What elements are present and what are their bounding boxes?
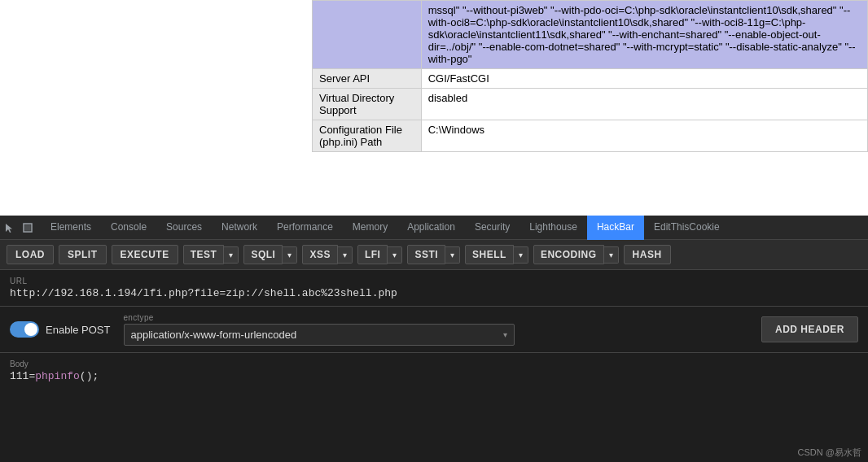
ssti-button[interactable]: SSTI (407, 245, 445, 264)
lfi-arrow[interactable]: ▾ (388, 246, 402, 264)
tab-performance[interactable]: Performance (267, 216, 343, 240)
enctype-label: enctype (124, 313, 748, 322)
table-row: Virtual Directory Support disabled (313, 89, 868, 120)
devtools-tabs: Elements Console Sources Network Perform… (41, 216, 730, 240)
tab-memory[interactable]: Memory (343, 216, 397, 240)
xss-button[interactable]: XSS (302, 245, 338, 264)
lfi-button[interactable]: LFI (357, 245, 388, 264)
config-label (313, 1, 422, 69)
add-header-button[interactable]: ADD HEADER (761, 316, 858, 342)
config-label: Configuration File (php.ini) Path (313, 120, 422, 152)
url-value[interactable]: http://192.168.1.194/lfi.php?file=zip://… (10, 287, 858, 299)
sqli-dropdown: SQLI ▾ (243, 245, 297, 264)
body-suffix: (); (80, 370, 99, 382)
body-highlighted: phpinfo (35, 370, 80, 382)
test-button[interactable]: TEST (183, 245, 225, 264)
test-dropdown: TEST ▾ (183, 245, 239, 264)
body-content[interactable]: 111=phpinfo(); (10, 370, 858, 382)
load-button[interactable]: LOAD (7, 245, 54, 264)
tab-hackbar[interactable]: HackBar (587, 216, 644, 240)
split-button[interactable]: SPLIT (59, 245, 107, 264)
sqli-button[interactable]: SQLI (243, 245, 283, 264)
php-table: mssql" "--without-pi3web" "--with-pdo-oc… (312, 0, 868, 152)
box-icon[interactable] (21, 221, 34, 234)
browser-content: mssql" "--without-pi3web" "--with-pdo-oc… (0, 0, 868, 216)
ssti-arrow[interactable]: ▾ (445, 246, 460, 264)
hackbar-content: LOAD SPLIT EXECUTE TEST ▾ SQLI ▾ XSS ▾ L… (0, 240, 868, 462)
enctype-value: application/x-www-form-urlencoded (131, 329, 497, 341)
config-value: mssql" "--without-pi3web" "--with-pdo-oc… (421, 1, 867, 69)
lfi-dropdown: LFI ▾ (357, 245, 403, 264)
action-buttons-row: LOAD SPLIT EXECUTE TEST ▾ SQLI ▾ XSS ▾ L… (0, 240, 868, 270)
config-value: C:\Windows (421, 120, 867, 152)
tab-console[interactable]: Console (101, 216, 156, 240)
tab-sources[interactable]: Sources (156, 216, 212, 240)
chevron-down-icon: ▾ (503, 330, 507, 339)
tab-elements[interactable]: Elements (41, 216, 101, 240)
config-label: Virtual Directory Support (313, 89, 422, 120)
table-row: Server API CGI/FastCGI (313, 69, 868, 89)
body-plain: 111= (10, 370, 35, 382)
shell-dropdown: SHELL ▾ (465, 245, 528, 264)
body-label: Body (10, 360, 858, 368)
hash-button[interactable]: HASH (624, 245, 671, 264)
table-row: mssql" "--without-pi3web" "--with-pdo-oc… (313, 1, 868, 69)
test-arrow[interactable]: ▾ (224, 246, 239, 264)
toggle-knob (24, 323, 37, 336)
enable-post-toggle[interactable] (10, 321, 39, 338)
encoding-arrow[interactable]: ▾ (604, 246, 619, 264)
table-row: Configuration File (php.ini) Path C:\Win… (313, 120, 868, 152)
enctype-dropdown[interactable]: application/x-www-form-urlencoded ▾ (124, 324, 515, 346)
config-value: CGI/FastCGI (421, 69, 867, 89)
toggle-container: Enable POST (10, 321, 111, 338)
sqli-arrow[interactable]: ▾ (283, 246, 297, 264)
encoding-dropdown: ENCODING ▾ (533, 245, 619, 264)
url-section: URL http://192.168.1.194/lfi.php?file=zi… (0, 270, 868, 307)
shell-arrow[interactable]: ▾ (514, 246, 528, 264)
toolbar-icons (3, 221, 34, 234)
devtools-toolbar: Elements Console Sources Network Perform… (0, 216, 868, 240)
tab-security[interactable]: Security (465, 216, 519, 240)
xss-arrow[interactable]: ▾ (338, 246, 353, 264)
xss-dropdown: XSS ▾ (302, 245, 353, 264)
url-label: URL (10, 277, 858, 285)
body-section: Body 111=phpinfo(); (0, 353, 868, 462)
post-section: Enable POST enctype application/x-www-fo… (0, 307, 868, 353)
enable-post-label: Enable POST (46, 324, 111, 336)
tab-network[interactable]: Network (212, 216, 267, 240)
ssti-dropdown: SSTI ▾ (407, 245, 460, 264)
watermark: CSDN @易水哲 (798, 444, 861, 459)
tab-application[interactable]: Application (397, 216, 465, 240)
config-value: disabled (421, 89, 867, 120)
enctype-section: enctype application/x-www-form-urlencode… (124, 313, 748, 346)
svg-rect-1 (25, 225, 30, 230)
php-table-area: mssql" "--without-pi3web" "--with-pdo-oc… (312, 0, 868, 216)
tab-editthiscookie[interactable]: EditThisCookie (644, 216, 730, 240)
execute-button[interactable]: EXECUTE (112, 245, 178, 264)
devtools-panel: Elements Console Sources Network Perform… (0, 216, 868, 462)
encoding-button[interactable]: ENCODING (533, 245, 604, 264)
tab-lighthouse[interactable]: Lighthouse (519, 216, 587, 240)
shell-button[interactable]: SHELL (465, 245, 514, 264)
config-label: Server API (313, 69, 422, 89)
cursor-icon[interactable] (3, 221, 16, 234)
